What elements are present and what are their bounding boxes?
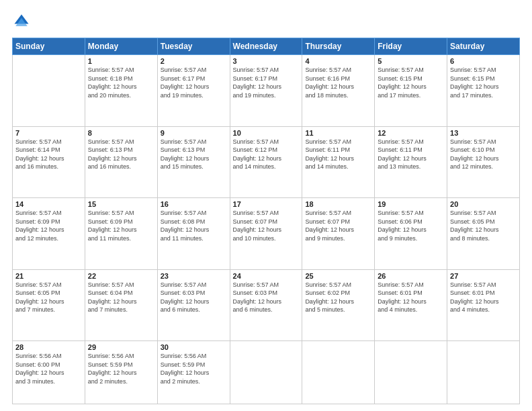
calendar-cell: 5Sunrise: 5:57 AM Sunset: 6:15 PM Daylig… bbox=[375, 55, 447, 127]
day-number: 19 bbox=[378, 200, 444, 208]
day-info: Sunrise: 5:57 AM Sunset: 6:15 PM Dayligh… bbox=[450, 66, 517, 99]
logo-icon bbox=[12, 12, 31, 31]
day-info: Sunrise: 5:57 AM Sunset: 6:13 PM Dayligh… bbox=[88, 138, 154, 171]
day-number: 15 bbox=[88, 200, 154, 208]
weekday-header-saturday: Saturday bbox=[447, 38, 520, 55]
day-info: Sunrise: 5:57 AM Sunset: 6:05 PM Dayligh… bbox=[15, 281, 82, 314]
day-number: 22 bbox=[88, 272, 154, 280]
header bbox=[12, 12, 520, 31]
day-number: 21 bbox=[15, 272, 82, 280]
calendar-cell: 4Sunrise: 5:57 AM Sunset: 6:16 PM Daylig… bbox=[302, 55, 375, 127]
calendar-cell bbox=[13, 55, 85, 127]
day-number: 17 bbox=[233, 200, 300, 208]
day-number: 4 bbox=[305, 57, 371, 65]
calendar-table: SundayMondayTuesdayWednesdayThursdayFrid… bbox=[12, 38, 520, 404]
day-info: Sunrise: 5:57 AM Sunset: 6:10 PM Dayligh… bbox=[450, 138, 517, 171]
day-number: 18 bbox=[305, 200, 371, 208]
calendar-cell: 6Sunrise: 5:57 AM Sunset: 6:15 PM Daylig… bbox=[447, 55, 520, 127]
weekday-header-thursday: Thursday bbox=[302, 38, 375, 55]
day-info: Sunrise: 5:57 AM Sunset: 6:01 PM Dayligh… bbox=[378, 281, 444, 314]
calendar-cell: 19Sunrise: 5:57 AM Sunset: 6:06 PM Dayli… bbox=[375, 198, 447, 270]
calendar-cell: 18Sunrise: 5:57 AM Sunset: 6:07 PM Dayli… bbox=[302, 198, 375, 270]
calendar-cell: 2Sunrise: 5:57 AM Sunset: 6:17 PM Daylig… bbox=[157, 55, 230, 127]
weekday-header-friday: Friday bbox=[375, 38, 447, 55]
day-info: Sunrise: 5:57 AM Sunset: 6:14 PM Dayligh… bbox=[15, 138, 82, 171]
day-info: Sunrise: 5:57 AM Sunset: 6:12 PM Dayligh… bbox=[233, 138, 300, 171]
day-number: 6 bbox=[450, 57, 517, 65]
calendar-cell: 11Sunrise: 5:57 AM Sunset: 6:11 PM Dayli… bbox=[302, 126, 375, 198]
day-number: 16 bbox=[161, 200, 227, 208]
calendar-cell: 25Sunrise: 5:57 AM Sunset: 6:02 PM Dayli… bbox=[302, 269, 375, 341]
day-info: Sunrise: 5:57 AM Sunset: 6:11 PM Dayligh… bbox=[378, 138, 444, 171]
day-number: 5 bbox=[378, 57, 444, 65]
day-info: Sunrise: 5:57 AM Sunset: 6:06 PM Dayligh… bbox=[378, 209, 444, 242]
day-number: 11 bbox=[305, 129, 371, 137]
weekday-header-row: SundayMondayTuesdayWednesdayThursdayFrid… bbox=[13, 38, 520, 55]
page: SundayMondayTuesdayWednesdayThursdayFrid… bbox=[0, 0, 532, 411]
day-number: 2 bbox=[161, 57, 227, 65]
day-info: Sunrise: 5:57 AM Sunset: 6:09 PM Dayligh… bbox=[15, 209, 82, 242]
day-number: 28 bbox=[15, 343, 82, 351]
day-info: Sunrise: 5:57 AM Sunset: 6:17 PM Dayligh… bbox=[161, 66, 227, 99]
calendar-cell: 26Sunrise: 5:57 AM Sunset: 6:01 PM Dayli… bbox=[375, 269, 447, 341]
day-info: Sunrise: 5:57 AM Sunset: 6:05 PM Dayligh… bbox=[450, 209, 517, 242]
calendar-cell: 29Sunrise: 5:56 AM Sunset: 5:59 PM Dayli… bbox=[85, 341, 157, 404]
calendar-cell: 22Sunrise: 5:57 AM Sunset: 6:04 PM Dayli… bbox=[85, 269, 157, 341]
day-number: 10 bbox=[233, 129, 300, 137]
day-number: 12 bbox=[378, 129, 444, 137]
calendar-week-row: 1Sunrise: 5:57 AM Sunset: 6:18 PM Daylig… bbox=[13, 55, 520, 127]
day-info: Sunrise: 5:56 AM Sunset: 5:59 PM Dayligh… bbox=[88, 352, 154, 385]
weekday-header-sunday: Sunday bbox=[13, 38, 85, 55]
calendar-cell: 12Sunrise: 5:57 AM Sunset: 6:11 PM Dayli… bbox=[375, 126, 447, 198]
calendar-cell: 15Sunrise: 5:57 AM Sunset: 6:09 PM Dayli… bbox=[85, 198, 157, 270]
day-info: Sunrise: 5:57 AM Sunset: 6:03 PM Dayligh… bbox=[233, 281, 300, 314]
day-info: Sunrise: 5:56 AM Sunset: 6:00 PM Dayligh… bbox=[15, 352, 82, 385]
logo bbox=[12, 12, 34, 31]
calendar-cell: 9Sunrise: 5:57 AM Sunset: 6:13 PM Daylig… bbox=[157, 126, 230, 198]
calendar-cell: 10Sunrise: 5:57 AM Sunset: 6:12 PM Dayli… bbox=[230, 126, 302, 198]
day-info: Sunrise: 5:57 AM Sunset: 6:07 PM Dayligh… bbox=[233, 209, 300, 242]
weekday-header-tuesday: Tuesday bbox=[157, 38, 230, 55]
day-number: 9 bbox=[161, 129, 227, 137]
weekday-header-monday: Monday bbox=[85, 38, 157, 55]
day-info: Sunrise: 5:57 AM Sunset: 6:07 PM Dayligh… bbox=[305, 209, 371, 242]
calendar-week-row: 14Sunrise: 5:57 AM Sunset: 6:09 PM Dayli… bbox=[13, 198, 520, 270]
calendar-week-row: 21Sunrise: 5:57 AM Sunset: 6:05 PM Dayli… bbox=[13, 269, 520, 341]
calendar-cell: 13Sunrise: 5:57 AM Sunset: 6:10 PM Dayli… bbox=[447, 126, 520, 198]
calendar-week-row: 28Sunrise: 5:56 AM Sunset: 6:00 PM Dayli… bbox=[13, 341, 520, 404]
day-number: 27 bbox=[450, 272, 517, 280]
calendar-week-row: 7Sunrise: 5:57 AM Sunset: 6:14 PM Daylig… bbox=[13, 126, 520, 198]
day-info: Sunrise: 5:57 AM Sunset: 6:13 PM Dayligh… bbox=[161, 138, 227, 171]
day-number: 24 bbox=[233, 272, 300, 280]
calendar-cell: 30Sunrise: 5:56 AM Sunset: 5:59 PM Dayli… bbox=[157, 341, 230, 404]
day-number: 20 bbox=[450, 200, 517, 208]
day-number: 7 bbox=[15, 129, 82, 137]
day-number: 29 bbox=[88, 343, 154, 351]
calendar-cell: 27Sunrise: 5:57 AM Sunset: 6:01 PM Dayli… bbox=[447, 269, 520, 341]
day-info: Sunrise: 5:57 AM Sunset: 6:01 PM Dayligh… bbox=[450, 281, 517, 314]
day-info: Sunrise: 5:57 AM Sunset: 6:18 PM Dayligh… bbox=[88, 66, 154, 99]
day-info: Sunrise: 5:57 AM Sunset: 6:15 PM Dayligh… bbox=[378, 66, 444, 99]
day-number: 23 bbox=[161, 272, 227, 280]
calendar-cell bbox=[230, 341, 302, 404]
calendar-cell: 17Sunrise: 5:57 AM Sunset: 6:07 PM Dayli… bbox=[230, 198, 302, 270]
day-number: 3 bbox=[233, 57, 300, 65]
calendar-cell: 3Sunrise: 5:57 AM Sunset: 6:17 PM Daylig… bbox=[230, 55, 302, 127]
calendar-cell bbox=[302, 341, 375, 404]
day-info: Sunrise: 5:57 AM Sunset: 6:17 PM Dayligh… bbox=[233, 66, 300, 99]
weekday-header-wednesday: Wednesday bbox=[230, 38, 302, 55]
day-info: Sunrise: 5:57 AM Sunset: 6:16 PM Dayligh… bbox=[305, 66, 371, 99]
calendar-cell: 23Sunrise: 5:57 AM Sunset: 6:03 PM Dayli… bbox=[157, 269, 230, 341]
day-info: Sunrise: 5:57 AM Sunset: 6:11 PM Dayligh… bbox=[305, 138, 371, 171]
day-number: 13 bbox=[450, 129, 517, 137]
calendar-cell: 16Sunrise: 5:57 AM Sunset: 6:08 PM Dayli… bbox=[157, 198, 230, 270]
day-number: 26 bbox=[378, 272, 444, 280]
calendar-cell bbox=[447, 341, 520, 404]
day-info: Sunrise: 5:57 AM Sunset: 6:03 PM Dayligh… bbox=[161, 281, 227, 314]
calendar-cell: 1Sunrise: 5:57 AM Sunset: 6:18 PM Daylig… bbox=[85, 55, 157, 127]
day-info: Sunrise: 5:56 AM Sunset: 5:59 PM Dayligh… bbox=[161, 352, 227, 385]
calendar-cell: 24Sunrise: 5:57 AM Sunset: 6:03 PM Dayli… bbox=[230, 269, 302, 341]
day-info: Sunrise: 5:57 AM Sunset: 6:09 PM Dayligh… bbox=[88, 209, 154, 242]
day-number: 1 bbox=[88, 57, 154, 65]
day-number: 14 bbox=[15, 200, 82, 208]
